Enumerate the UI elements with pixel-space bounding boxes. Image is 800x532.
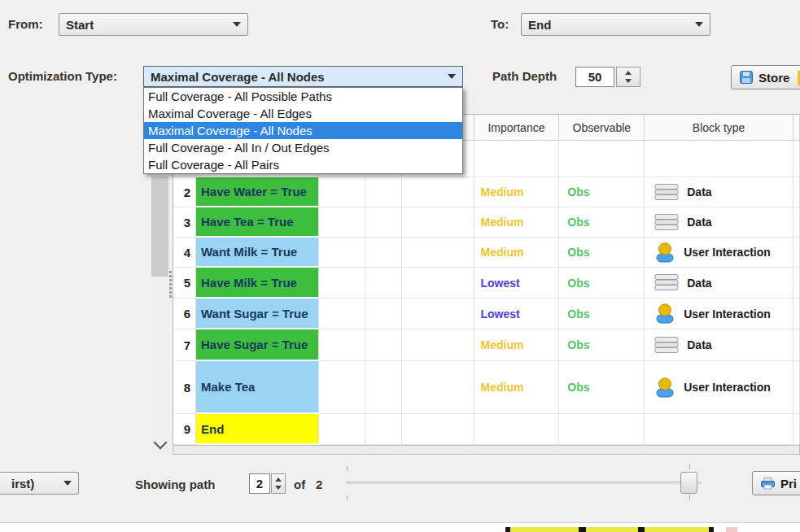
importance-cell: Medium	[474, 361, 560, 414]
table-row[interactable]: 5Have Milk = TrueLowestObsData	[173, 268, 800, 299]
cell-empty	[319, 207, 365, 238]
table-row[interactable]: 2Have Water = TrueMediumObsData	[173, 177, 800, 207]
column-header[interactable]: Observable	[559, 115, 645, 141]
block-type-label: Data	[687, 185, 711, 198]
observable-cell: Obs	[559, 177, 645, 207]
cell-empty	[365, 268, 402, 299]
observable-cell: Obs	[559, 238, 645, 268]
dropdown-option[interactable]: Full Coverage - All In / Out Edges	[144, 139, 462, 156]
column-header[interactable]: Importance	[474, 115, 560, 141]
dropdown-option[interactable]: Full Coverage - All Possible Paths	[144, 88, 462, 105]
path-slider-track[interactable]	[346, 482, 702, 486]
timeline-bar-fragment	[726, 527, 737, 532]
horizontal-scrollbar[interactable]	[173, 445, 800, 455]
table-row[interactable]: 3Have Tea = TrueMediumObsData	[173, 207, 800, 238]
cell-empty	[793, 141, 800, 177]
row-number-cell: 7	[173, 329, 196, 361]
cell-empty	[365, 329, 402, 361]
sort-order-combo[interactable]: irst)	[0, 472, 79, 495]
chevron-down-icon	[63, 481, 72, 486]
cell-empty	[319, 238, 365, 268]
timeline-bar	[505, 527, 714, 532]
path-slider-thumb[interactable]	[680, 472, 697, 494]
row-number-cell: 4	[173, 238, 196, 268]
optimization-type-combo[interactable]: Maximal Coverage - All Nodes	[143, 66, 463, 87]
observable-cell: Obs	[559, 299, 645, 329]
chevron-down-icon	[448, 74, 456, 79]
total-paths-value: 2	[316, 477, 322, 491]
block-type-label: User Interaction	[684, 381, 771, 394]
cell-empty	[365, 361, 402, 414]
path-optimization-window: From: Start To: End Optimization Type: M…	[0, 0, 800, 532]
path-number-input[interactable]: 2	[249, 473, 270, 494]
observable-cell: Obs	[559, 329, 645, 361]
row-number-cell: 8	[173, 361, 196, 414]
node-name-cell[interactable]: End	[196, 414, 319, 445]
optimization-combo-value: Maximal Coverage - All Nodes	[151, 70, 325, 84]
observable-cell	[559, 141, 645, 177]
row-number-cell: 9	[173, 414, 196, 445]
block-type-label: Data	[687, 216, 711, 229]
block-type-cell	[645, 414, 793, 445]
store-button-label: Store	[758, 71, 789, 85]
spin-down-icon[interactable]	[275, 486, 282, 490]
cell-empty	[365, 207, 402, 238]
cell-empty	[402, 177, 474, 207]
cell-empty	[793, 361, 800, 414]
table-row[interactable]: 4Want Milk = TrueMediumObsUser Interacti…	[173, 238, 800, 268]
node-name-cell[interactable]: Have Milk = True	[196, 268, 319, 299]
cell-empty	[365, 299, 402, 329]
vertical-scrollbar[interactable]	[151, 172, 168, 452]
cell-empty	[402, 329, 474, 361]
spin-up-icon[interactable]	[275, 477, 282, 482]
importance-cell: Medium	[474, 177, 560, 207]
block-type-cell: Data	[645, 177, 793, 207]
block-type-label: User Interaction	[684, 307, 771, 321]
database-icon	[654, 337, 679, 354]
from-combo-value: Start	[66, 18, 94, 32]
table-row[interactable]: 7Have Sugar = TrueMediumObsData	[173, 329, 800, 361]
floppy-disk-icon	[740, 71, 753, 84]
splitter-grip[interactable]	[169, 270, 172, 299]
path-depth-input[interactable]: 50	[575, 67, 614, 87]
node-name-cell[interactable]: Have Water = True	[196, 177, 319, 207]
table-row[interactable]: 6Want Sugar = TrueLowestObsUser Interact…	[173, 299, 800, 329]
block-type-cell: Data	[645, 329, 793, 361]
spin-up-icon[interactable]	[625, 71, 632, 75]
cell-empty	[793, 329, 800, 361]
importance-cell: Medium	[474, 207, 560, 238]
table-row[interactable]: 9End	[173, 414, 800, 445]
importance-cell: Lowest	[474, 299, 560, 329]
cell-empty	[402, 414, 474, 445]
scrollbar-thumb[interactable]	[151, 177, 168, 277]
observable-cell	[559, 414, 645, 445]
node-name-cell[interactable]: Make Tea	[196, 361, 319, 414]
dropdown-option[interactable]: Full Coverage - All Pairs	[144, 156, 462, 173]
table-row[interactable]: 8Make TeaMediumObsUser Interaction	[173, 361, 800, 414]
showing-path-label: Showing path	[135, 477, 215, 491]
node-name-cell[interactable]: Want Sugar = True	[196, 299, 319, 329]
node-name-cell[interactable]: Have Sugar = True	[196, 329, 319, 361]
dropdown-option[interactable]: Maximal Coverage - All Nodes	[144, 122, 462, 139]
node-name-cell[interactable]: Want Milk = True	[196, 238, 319, 268]
block-type-label: Data	[687, 338, 711, 351]
path-number-stepper[interactable]	[271, 473, 286, 494]
scroll-down-icon[interactable]	[155, 438, 165, 447]
node-name-cell[interactable]: Have Tea = True	[196, 207, 319, 238]
to-combo-value: End	[528, 18, 551, 32]
importance-cell: Medium	[474, 238, 560, 268]
cell-empty	[365, 414, 402, 445]
to-combo[interactable]: End	[521, 13, 710, 36]
importance-cell: Lowest	[474, 268, 560, 299]
from-combo[interactable]: Start	[59, 13, 248, 36]
column-header[interactable]: Block type	[645, 115, 793, 141]
store-button[interactable]: Store	[731, 65, 800, 89]
spin-down-icon[interactable]	[625, 79, 632, 83]
block-type-label: Data	[687, 277, 711, 290]
user-icon	[654, 303, 675, 324]
path-depth-stepper[interactable]	[616, 67, 640, 87]
database-icon	[654, 184, 679, 201]
block-type-cell: User Interaction	[645, 299, 793, 329]
print-button[interactable]: Pri	[752, 471, 800, 495]
dropdown-option[interactable]: Maximal Coverage - All Edges	[144, 105, 462, 122]
